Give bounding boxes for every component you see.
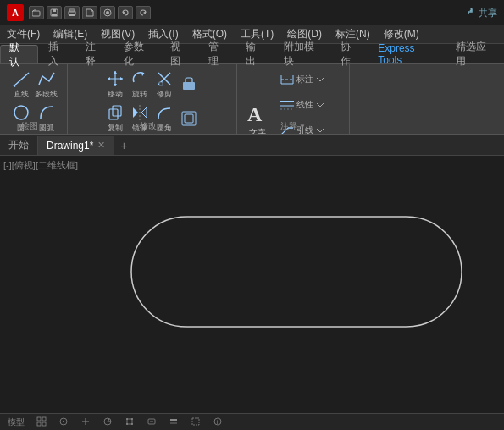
- move-tool[interactable]: 移动: [103, 68, 127, 102]
- svg-point-73: [131, 423, 133, 425]
- draw-icons-row1: 直线 多段线: [9, 68, 58, 102]
- svg-point-71: [131, 418, 133, 420]
- svg-rect-59: [42, 417, 46, 421]
- svg-rect-58: [37, 417, 41, 421]
- annotate-group-label: 注释 ▼: [280, 120, 306, 132]
- undo-icon[interactable]: [118, 6, 133, 19]
- text-tool[interactable]: A 文字: [241, 96, 274, 136]
- modify-icons-row1: 移动 旋转 修剪: [103, 68, 201, 102]
- svg-marker-17: [120, 77, 123, 80]
- status-grid[interactable]: [34, 416, 49, 428]
- ribbon-group-draw: 直线 多段线 圆 圆弧 绘图 ▼: [0, 64, 68, 134]
- title-bar-icons: [29, 6, 151, 19]
- print-icon[interactable]: [64, 6, 80, 19]
- svg-marker-26: [133, 108, 138, 118]
- close-drawing1-button[interactable]: ✕: [97, 140, 105, 151]
- draw-group-label: 绘图 ▼: [21, 120, 47, 132]
- svg-rect-23: [109, 109, 118, 119]
- svg-point-70: [126, 418, 128, 420]
- tab-collaborate[interactable]: 协作: [332, 45, 368, 63]
- open-icon[interactable]: [29, 6, 44, 19]
- svg-text:i: i: [217, 419, 219, 425]
- tab-annotate[interactable]: 注释: [77, 45, 114, 63]
- svg-rect-24: [113, 106, 121, 116]
- save-icon[interactable]: [47, 6, 62, 19]
- app-logo: A: [7, 4, 24, 21]
- tab-parametric[interactable]: 参数化: [115, 45, 161, 63]
- svg-marker-14: [114, 71, 117, 74]
- linetype-tool[interactable]: 线性: [278, 93, 346, 117]
- svg-marker-16: [108, 77, 110, 80]
- svg-rect-22: [183, 82, 195, 90]
- dim-panel-expander[interactable]: [315, 74, 325, 85]
- status-transparency[interactable]: [188, 416, 203, 428]
- offset-tool[interactable]: [177, 107, 201, 130]
- svg-point-63: [63, 421, 64, 422]
- tab-addons[interactable]: 附加模块: [275, 45, 330, 63]
- doc-tabs: 开始 Drawing1* ✕ +: [0, 135, 504, 156]
- status-model[interactable]: 模型: [5, 416, 27, 428]
- status-bar: 模型 i: [0, 413, 504, 430]
- svg-rect-29: [185, 114, 193, 123]
- svg-marker-15: [114, 84, 117, 86]
- plot-icon[interactable]: [100, 6, 115, 19]
- svg-rect-2: [53, 9, 56, 12]
- copy-tool[interactable]: 复制: [103, 102, 127, 135]
- tab-featured-apps[interactable]: 精选应用: [447, 45, 502, 63]
- ribbon-tabs: 默认 插入 注释 参数化 视图 管理 输出 附加模块 协作 Express To…: [0, 44, 504, 64]
- doc-tab-drawing1[interactable]: Drawing1* ✕: [38, 136, 114, 155]
- tab-express-tools[interactable]: Express Tools: [369, 45, 446, 63]
- polyline-tool[interactable]: 多段线: [35, 68, 58, 102]
- redo-icon[interactable]: [136, 6, 151, 19]
- svg-marker-27: [141, 108, 147, 118]
- title-share-button[interactable]: 共享: [465, 7, 497, 19]
- svg-rect-0: [32, 11, 40, 16]
- ribbon-group-annotate: A 文字 标注 线性: [237, 64, 350, 134]
- status-object-snap[interactable]: [122, 416, 137, 428]
- rotate-tool[interactable]: 旋转: [128, 68, 152, 102]
- svg-point-8: [106, 11, 109, 14]
- line-tool[interactable]: 直线: [9, 68, 33, 102]
- doc-tab-start[interactable]: 开始: [0, 136, 38, 155]
- erase-tool[interactable]: [177, 73, 201, 96]
- svg-rect-60: [37, 422, 41, 426]
- title-bar-left: A: [7, 4, 151, 21]
- modify-group-label: 修改 ▼: [140, 120, 165, 132]
- status-ortho[interactable]: [78, 416, 93, 428]
- tab-manage[interactable]: 管理: [200, 45, 236, 63]
- svg-marker-10: [143, 11, 146, 14]
- trim-tool[interactable]: 修剪: [152, 68, 176, 102]
- tab-output[interactable]: 输出: [237, 45, 274, 63]
- new-icon[interactable]: [82, 6, 97, 19]
- ribbon-panel: 直线 多段线 圆 圆弧 绘图 ▼: [0, 64, 504, 135]
- tab-insert[interactable]: 插入: [40, 45, 76, 63]
- status-lineweight[interactable]: [166, 416, 181, 428]
- canvas-area[interactable]: [-][俯视][二维线框]: [0, 156, 504, 413]
- status-quick-properties[interactable]: i: [210, 416, 225, 428]
- status-polar[interactable]: [100, 416, 115, 428]
- menu-modify[interactable]: 修改(M): [377, 25, 426, 43]
- svg-text:A: A: [247, 103, 263, 125]
- svg-rect-28: [182, 112, 196, 125]
- leader-panel-expander[interactable]: [315, 125, 325, 135]
- svg-rect-69: [127, 419, 132, 424]
- canvas-svg: [0, 156, 504, 413]
- svg-rect-78: [192, 418, 199, 425]
- linear-dim-tool[interactable]: 标注: [278, 68, 346, 91]
- svg-point-13: [14, 106, 28, 119]
- status-snap[interactable]: [56, 416, 71, 428]
- svg-point-72: [126, 423, 128, 425]
- svg-rect-6: [69, 14, 75, 16]
- title-bar: A: [0, 0, 504, 25]
- tab-default[interactable]: 默认: [0, 45, 38, 63]
- tab-view[interactable]: 视图: [162, 45, 198, 63]
- status-dynamic-input[interactable]: [144, 416, 159, 428]
- svg-rect-3: [52, 14, 57, 16]
- svg-rect-61: [42, 422, 46, 426]
- new-tab-button[interactable]: +: [114, 136, 133, 155]
- svg-rect-21: [159, 82, 163, 85]
- svg-rect-57: [131, 217, 462, 327]
- svg-marker-9: [123, 11, 125, 14]
- linetype-panel-expander[interactable]: [315, 100, 325, 110]
- ribbon-group-modify: 移动 旋转 修剪 复制: [68, 64, 237, 134]
